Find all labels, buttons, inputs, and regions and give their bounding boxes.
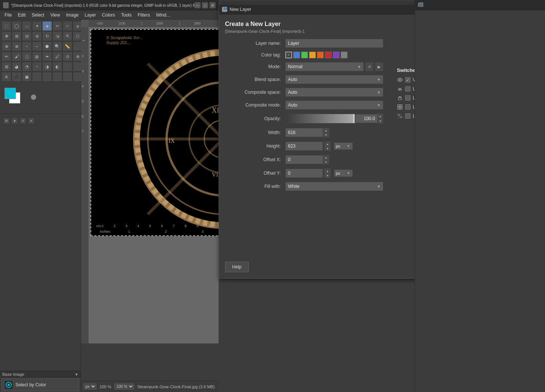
reset-colors-icon[interactable] xyxy=(31,95,36,100)
menu-wind[interactable]: Wind... xyxy=(153,12,173,18)
color-tag-purple[interactable] xyxy=(333,52,340,58)
minimize-button[interactable]: ─ xyxy=(194,2,201,8)
menu-file[interactable]: File xyxy=(2,12,15,18)
menu-select[interactable]: Select xyxy=(29,12,47,18)
height-increment[interactable]: ▲ xyxy=(325,142,331,146)
tool-handle-transform[interactable]: ⊗ xyxy=(12,41,21,51)
composite-mode-dropdown[interactable]: Auto Union Clip to Backdrop xyxy=(286,101,375,109)
tool-pencil[interactable]: ✏ xyxy=(2,52,11,61)
tool-rotate[interactable]: ↻ xyxy=(42,31,52,41)
menu-layer[interactable]: Layer xyxy=(82,12,99,18)
width-decrement[interactable]: ▼ xyxy=(323,133,329,137)
tool-measure[interactable]: 📏 xyxy=(63,41,72,51)
visible-checkbox[interactable] xyxy=(405,77,410,82)
blend-space-dropdown[interactable]: Auto Linear Perceptual xyxy=(286,75,375,84)
tool-scissors[interactable]: ✂ xyxy=(52,21,62,31)
color-tag-none[interactable]: ✕ xyxy=(285,52,292,58)
tool-paintbrush[interactable]: 🖌 xyxy=(12,52,21,61)
composite-space-dropdown[interactable]: Auto Linear Perceptual xyxy=(286,88,375,96)
tool-bucket-fill[interactable]: ⬛ xyxy=(12,72,21,82)
tool-fuzzy-select[interactable]: ✦ xyxy=(32,21,42,31)
tool-flip[interactable]: ↔ xyxy=(32,41,42,51)
canvas-image-area[interactable]: © Scrapaholic Scr... Supply 201... xyxy=(89,27,219,343)
tool-ellipse-select[interactable]: ◯ xyxy=(12,21,21,31)
color-tag-green[interactable] xyxy=(301,52,308,58)
tool-clone[interactable]: ⊙ xyxy=(63,52,72,61)
tool-unified-transform[interactable]: ⊕ xyxy=(2,41,11,51)
offset-y-decrement[interactable]: ▼ xyxy=(325,173,331,178)
tool-options-icon[interactable]: ⚙ xyxy=(3,117,10,124)
tool-rect-select[interactable]: ⬚ xyxy=(2,21,11,31)
menu-tools[interactable]: Tools xyxy=(118,12,135,18)
tool-align[interactable]: ⊞ xyxy=(12,31,21,41)
tool-airbrush[interactable]: ◍ xyxy=(32,52,42,61)
tool-transform[interactable]: ⊟ xyxy=(22,31,32,41)
tool-warp[interactable]: ~ xyxy=(22,41,32,51)
tool-mypaint[interactable]: 🖊 xyxy=(52,52,62,61)
menu-colors[interactable]: Colors xyxy=(99,12,118,18)
mode-dropdown[interactable]: Normal Dissolve Multiply Screen Overlay xyxy=(286,63,355,71)
menu-filters[interactable]: Filters xyxy=(135,12,153,18)
lock-pixels-checkbox[interactable] xyxy=(405,95,410,101)
menu-image[interactable]: Image xyxy=(63,12,81,18)
select-by-color-item[interactable]: Select by Color xyxy=(2,378,79,391)
close-button[interactable]: ✕ xyxy=(210,2,216,8)
height-unit-dropdown[interactable]: px in mm xyxy=(334,143,344,149)
tool-eraser[interactable]: ◻ xyxy=(22,52,32,61)
lock-position-checkbox[interactable] xyxy=(405,104,410,110)
opacity-slider[interactable] xyxy=(285,114,355,124)
opacity-increment[interactable]: ▲ xyxy=(378,114,383,119)
zoom-selector[interactable]: 100 % xyxy=(114,383,134,390)
foreground-color-swatch[interactable] xyxy=(5,88,16,99)
tool-text[interactable]: A xyxy=(2,72,11,82)
tool-burn[interactable]: ◐ xyxy=(52,62,62,72)
tool-move[interactable]: ✥ xyxy=(2,31,11,41)
height-input[interactable] xyxy=(285,142,323,151)
mode-forward-button[interactable]: ▶ xyxy=(375,62,383,71)
offset-x-increment[interactable]: ▲ xyxy=(323,155,329,160)
tool-smudge[interactable]: ~ xyxy=(32,62,42,72)
mode-back-button[interactable]: ↺ xyxy=(365,62,374,71)
canvas-area[interactable]: -100 |100 | |200 | |300 1 2 3 4 5 6 7 xyxy=(81,20,219,343)
linked-checkbox[interactable] xyxy=(405,86,410,92)
tool-restore-icon[interactable]: ↺ xyxy=(20,117,26,124)
layer-name-input[interactable] xyxy=(285,39,383,48)
color-tag-blue[interactable] xyxy=(293,52,300,58)
tool-free-select[interactable]: ⌓ xyxy=(22,21,32,31)
tool-cage[interactable]: ⬢ xyxy=(42,41,52,51)
lock-alpha-checkbox[interactable] xyxy=(405,113,410,119)
tool-crop[interactable]: ⊘ xyxy=(32,31,42,41)
menu-edit[interactable]: Edit xyxy=(15,12,29,18)
help-button[interactable]: Help xyxy=(225,262,249,272)
unit-selector[interactable]: px xyxy=(83,383,96,390)
tool-presets-icon[interactable]: ★ xyxy=(11,117,18,124)
color-tag-red[interactable] xyxy=(325,52,332,58)
color-tag-yellow[interactable] xyxy=(309,52,316,58)
tool-select-by-color[interactable]: ◈ xyxy=(42,21,52,31)
width-input[interactable] xyxy=(285,128,323,137)
tool-zoom[interactable]: 🔍 xyxy=(52,41,62,51)
color-tag-gray[interactable] xyxy=(341,52,348,58)
menu-view[interactable]: View xyxy=(47,12,63,18)
height-decrement[interactable]: ▼ xyxy=(325,146,331,151)
tool-ink[interactable]: ✒ xyxy=(42,52,52,61)
color-tag-orange[interactable] xyxy=(317,52,324,58)
offset-x-input[interactable] xyxy=(285,155,323,164)
tool-dodge[interactable]: ◑ xyxy=(42,62,52,72)
tool-shear[interactable]: ⇱ xyxy=(63,31,72,41)
tool-perspective-clone[interactable]: ⊞ xyxy=(2,62,11,72)
layers-collapse-icon[interactable]: ▼ xyxy=(75,372,78,377)
maximize-button[interactable]: □ xyxy=(202,2,208,8)
offset-x-decrement[interactable]: ▼ xyxy=(323,160,329,164)
fill-with-dropdown[interactable]: White Black Transparent Foreground Color… xyxy=(286,182,375,191)
tool-scale[interactable]: ⇲ xyxy=(52,31,62,41)
tool-foreground-select[interactable]: ☆ xyxy=(63,21,72,31)
tool-blur[interactable]: ◕ xyxy=(12,62,21,72)
opacity-decrement[interactable]: ▼ xyxy=(378,119,383,124)
tool-delete-icon[interactable]: ✕ xyxy=(28,117,35,124)
tool-gradient[interactable]: ▣ xyxy=(22,72,32,82)
offset-y-input[interactable] xyxy=(285,169,323,178)
width-increment[interactable]: ▲ xyxy=(323,128,329,133)
offset-y-unit-dropdown[interactable]: px in mm xyxy=(334,170,344,177)
opacity-input[interactable] xyxy=(355,114,378,123)
